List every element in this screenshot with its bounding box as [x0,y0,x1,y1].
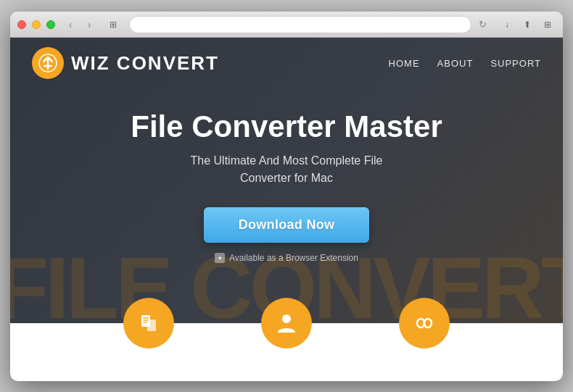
bottom-section [10,323,563,381]
title-bar-actions: ↓ ⬆ ⊞ [499,17,556,33]
browser-content: FILE CONVERT WIZ CONVERT HOME ABOUT [10,38,563,381]
hero-subtitle: The Ultimate And Most Complete FileConve… [25,152,548,187]
nav-arrows: ‹ › [62,17,97,33]
svg-rect-2 [147,320,156,331]
extension-icon: ✦ [215,253,225,263]
navbar: WIZ CONVERT HOME ABOUT SUPPORT [10,38,563,88]
new-tab-button[interactable]: ⊞ [540,17,556,33]
title-bar: ‹ › ⊞ ↻ ↓ ⬆ ⊞ [10,12,563,38]
nav-links: HOME ABOUT SUPPORT [389,57,541,70]
download-button[interactable]: Download Now [204,207,370,243]
circle-icon-3 [399,298,450,349]
logo-text: WIZ CONVERT [71,52,219,75]
forward-button[interactable]: › [81,17,97,33]
circle-icon-1 [123,298,174,349]
logo: WIZ CONVERT [32,47,219,79]
maximize-button[interactable] [46,20,55,29]
close-button[interactable] [17,20,26,29]
download-indicator[interactable]: ↓ [499,17,515,33]
browser-extension-notice: ✦ Available as a Browser Extension [25,253,548,263]
url-bar[interactable] [129,16,471,33]
extension-text: Available as a Browser Extension [229,253,358,263]
logo-icon [32,47,64,79]
refresh-button[interactable]: ↻ [474,17,490,33]
nav-support[interactable]: SUPPORT [490,57,541,70]
website: FILE CONVERT WIZ CONVERT HOME ABOUT [10,38,563,381]
window-buttons [17,20,55,29]
nav-home[interactable]: HOME [389,57,420,70]
back-button[interactable]: ‹ [62,17,78,33]
browser-window: ‹ › ⊞ ↻ ↓ ⬆ ⊞ FILE CONVERT [10,12,563,381]
circle-icon-2 [261,298,312,349]
hero-section: File Converter Master The Ultimate And M… [10,88,563,263]
svg-point-3 [282,314,291,323]
tab-view-button[interactable]: ⊞ [103,17,123,33]
hero-title: File Converter Master [25,110,548,143]
minimize-button[interactable] [32,20,41,29]
share-button[interactable]: ⬆ [519,17,535,33]
nav-about[interactable]: ABOUT [437,57,474,70]
